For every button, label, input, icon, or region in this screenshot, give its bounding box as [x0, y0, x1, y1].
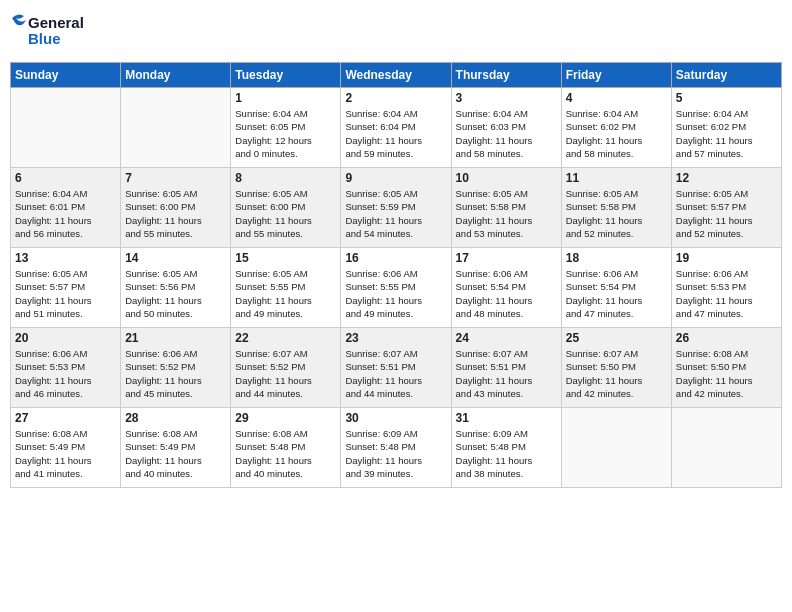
day-number: 15 [235, 251, 336, 265]
cell-info: Sunrise: 6:08 AM Sunset: 5:50 PM Dayligh… [676, 347, 777, 400]
calendar-cell: 9Sunrise: 6:05 AM Sunset: 5:59 PM Daylig… [341, 168, 451, 248]
day-number: 22 [235, 331, 336, 345]
svg-text:General: General [28, 14, 84, 31]
calendar-cell: 31Sunrise: 6:09 AM Sunset: 5:48 PM Dayli… [451, 408, 561, 488]
logo: GeneralBlue [10, 10, 90, 54]
calendar-cell: 1Sunrise: 6:04 AM Sunset: 6:05 PM Daylig… [231, 88, 341, 168]
week-row-1: 1Sunrise: 6:04 AM Sunset: 6:05 PM Daylig… [11, 88, 782, 168]
calendar-cell [11, 88, 121, 168]
day-header-sunday: Sunday [11, 63, 121, 88]
cell-info: Sunrise: 6:05 AM Sunset: 5:55 PM Dayligh… [235, 267, 336, 320]
calendar-cell: 12Sunrise: 6:05 AM Sunset: 5:57 PM Dayli… [671, 168, 781, 248]
calendar-table: SundayMondayTuesdayWednesdayThursdayFrid… [10, 62, 782, 488]
calendar-cell [671, 408, 781, 488]
cell-info: Sunrise: 6:05 AM Sunset: 5:58 PM Dayligh… [456, 187, 557, 240]
calendar-cell: 21Sunrise: 6:06 AM Sunset: 5:52 PM Dayli… [121, 328, 231, 408]
calendar-cell: 24Sunrise: 6:07 AM Sunset: 5:51 PM Dayli… [451, 328, 561, 408]
day-number: 11 [566, 171, 667, 185]
day-number: 13 [15, 251, 116, 265]
day-number: 31 [456, 411, 557, 425]
page-header: GeneralBlue [10, 10, 782, 54]
cell-info: Sunrise: 6:06 AM Sunset: 5:52 PM Dayligh… [125, 347, 226, 400]
calendar-cell: 29Sunrise: 6:08 AM Sunset: 5:48 PM Dayli… [231, 408, 341, 488]
cell-info: Sunrise: 6:05 AM Sunset: 5:59 PM Dayligh… [345, 187, 446, 240]
calendar-cell: 2Sunrise: 6:04 AM Sunset: 6:04 PM Daylig… [341, 88, 451, 168]
day-header-monday: Monday [121, 63, 231, 88]
cell-info: Sunrise: 6:04 AM Sunset: 6:04 PM Dayligh… [345, 107, 446, 160]
cell-info: Sunrise: 6:05 AM Sunset: 5:58 PM Dayligh… [566, 187, 667, 240]
calendar-cell: 13Sunrise: 6:05 AM Sunset: 5:57 PM Dayli… [11, 248, 121, 328]
day-number: 20 [15, 331, 116, 345]
cell-info: Sunrise: 6:07 AM Sunset: 5:52 PM Dayligh… [235, 347, 336, 400]
calendar-cell: 4Sunrise: 6:04 AM Sunset: 6:02 PM Daylig… [561, 88, 671, 168]
cell-info: Sunrise: 6:05 AM Sunset: 5:56 PM Dayligh… [125, 267, 226, 320]
cell-info: Sunrise: 6:04 AM Sunset: 6:02 PM Dayligh… [566, 107, 667, 160]
day-number: 2 [345, 91, 446, 105]
cell-info: Sunrise: 6:05 AM Sunset: 5:57 PM Dayligh… [676, 187, 777, 240]
day-number: 25 [566, 331, 667, 345]
day-number: 14 [125, 251, 226, 265]
day-number: 7 [125, 171, 226, 185]
cell-info: Sunrise: 6:06 AM Sunset: 5:54 PM Dayligh… [456, 267, 557, 320]
calendar-cell: 20Sunrise: 6:06 AM Sunset: 5:53 PM Dayli… [11, 328, 121, 408]
day-number: 23 [345, 331, 446, 345]
day-number: 12 [676, 171, 777, 185]
day-number: 4 [566, 91, 667, 105]
calendar-cell: 23Sunrise: 6:07 AM Sunset: 5:51 PM Dayli… [341, 328, 451, 408]
calendar-cell [121, 88, 231, 168]
calendar-cell: 19Sunrise: 6:06 AM Sunset: 5:53 PM Dayli… [671, 248, 781, 328]
calendar-cell: 10Sunrise: 6:05 AM Sunset: 5:58 PM Dayli… [451, 168, 561, 248]
calendar-cell: 27Sunrise: 6:08 AM Sunset: 5:49 PM Dayli… [11, 408, 121, 488]
day-number: 19 [676, 251, 777, 265]
calendar-cell: 16Sunrise: 6:06 AM Sunset: 5:55 PM Dayli… [341, 248, 451, 328]
cell-info: Sunrise: 6:04 AM Sunset: 6:03 PM Dayligh… [456, 107, 557, 160]
cell-info: Sunrise: 6:04 AM Sunset: 6:01 PM Dayligh… [15, 187, 116, 240]
cell-info: Sunrise: 6:07 AM Sunset: 5:50 PM Dayligh… [566, 347, 667, 400]
cell-info: Sunrise: 6:09 AM Sunset: 5:48 PM Dayligh… [456, 427, 557, 480]
day-number: 18 [566, 251, 667, 265]
day-header-saturday: Saturday [671, 63, 781, 88]
cell-info: Sunrise: 6:08 AM Sunset: 5:49 PM Dayligh… [15, 427, 116, 480]
cell-info: Sunrise: 6:05 AM Sunset: 6:00 PM Dayligh… [125, 187, 226, 240]
day-number: 16 [345, 251, 446, 265]
week-row-4: 20Sunrise: 6:06 AM Sunset: 5:53 PM Dayli… [11, 328, 782, 408]
cell-info: Sunrise: 6:04 AM Sunset: 6:02 PM Dayligh… [676, 107, 777, 160]
week-row-3: 13Sunrise: 6:05 AM Sunset: 5:57 PM Dayli… [11, 248, 782, 328]
calendar-cell: 28Sunrise: 6:08 AM Sunset: 5:49 PM Dayli… [121, 408, 231, 488]
week-row-2: 6Sunrise: 6:04 AM Sunset: 6:01 PM Daylig… [11, 168, 782, 248]
day-number: 21 [125, 331, 226, 345]
calendar-cell [561, 408, 671, 488]
day-number: 30 [345, 411, 446, 425]
cell-info: Sunrise: 6:08 AM Sunset: 5:49 PM Dayligh… [125, 427, 226, 480]
cell-info: Sunrise: 6:06 AM Sunset: 5:54 PM Dayligh… [566, 267, 667, 320]
cell-info: Sunrise: 6:05 AM Sunset: 5:57 PM Dayligh… [15, 267, 116, 320]
calendar-cell: 3Sunrise: 6:04 AM Sunset: 6:03 PM Daylig… [451, 88, 561, 168]
calendar-cell: 7Sunrise: 6:05 AM Sunset: 6:00 PM Daylig… [121, 168, 231, 248]
day-number: 10 [456, 171, 557, 185]
day-number: 26 [676, 331, 777, 345]
calendar-cell: 22Sunrise: 6:07 AM Sunset: 5:52 PM Dayli… [231, 328, 341, 408]
cell-info: Sunrise: 6:04 AM Sunset: 6:05 PM Dayligh… [235, 107, 336, 160]
day-number: 29 [235, 411, 336, 425]
svg-text:Blue: Blue [28, 30, 61, 47]
day-number: 17 [456, 251, 557, 265]
cell-info: Sunrise: 6:06 AM Sunset: 5:55 PM Dayligh… [345, 267, 446, 320]
calendar-cell: 5Sunrise: 6:04 AM Sunset: 6:02 PM Daylig… [671, 88, 781, 168]
week-row-5: 27Sunrise: 6:08 AM Sunset: 5:49 PM Dayli… [11, 408, 782, 488]
day-header-wednesday: Wednesday [341, 63, 451, 88]
calendar-cell: 11Sunrise: 6:05 AM Sunset: 5:58 PM Dayli… [561, 168, 671, 248]
cell-info: Sunrise: 6:07 AM Sunset: 5:51 PM Dayligh… [345, 347, 446, 400]
cell-info: Sunrise: 6:05 AM Sunset: 6:00 PM Dayligh… [235, 187, 336, 240]
calendar-cell: 14Sunrise: 6:05 AM Sunset: 5:56 PM Dayli… [121, 248, 231, 328]
day-number: 1 [235, 91, 336, 105]
cell-info: Sunrise: 6:09 AM Sunset: 5:48 PM Dayligh… [345, 427, 446, 480]
day-number: 27 [15, 411, 116, 425]
cell-info: Sunrise: 6:08 AM Sunset: 5:48 PM Dayligh… [235, 427, 336, 480]
calendar-cell: 30Sunrise: 6:09 AM Sunset: 5:48 PM Dayli… [341, 408, 451, 488]
calendar-cell: 17Sunrise: 6:06 AM Sunset: 5:54 PM Dayli… [451, 248, 561, 328]
calendar-cell: 18Sunrise: 6:06 AM Sunset: 5:54 PM Dayli… [561, 248, 671, 328]
calendar-cell: 26Sunrise: 6:08 AM Sunset: 5:50 PM Dayli… [671, 328, 781, 408]
day-number: 28 [125, 411, 226, 425]
cell-info: Sunrise: 6:07 AM Sunset: 5:51 PM Dayligh… [456, 347, 557, 400]
calendar-cell: 6Sunrise: 6:04 AM Sunset: 6:01 PM Daylig… [11, 168, 121, 248]
